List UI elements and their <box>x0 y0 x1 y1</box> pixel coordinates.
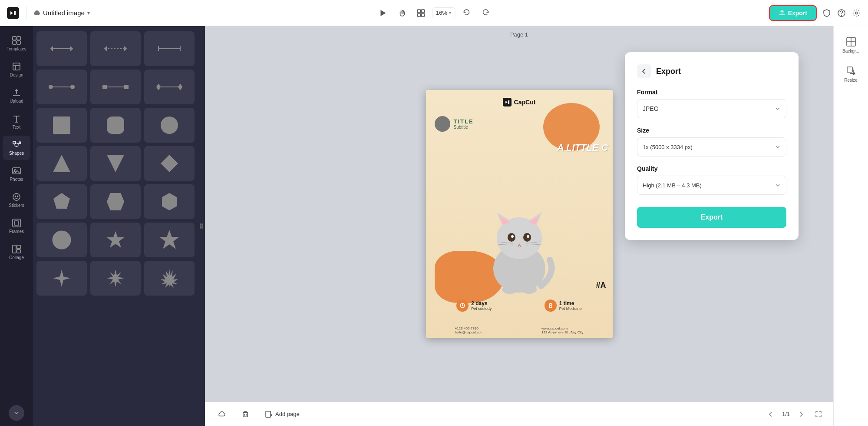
hand-tool-button[interactable] <box>394 5 409 21</box>
photos-icon <box>12 166 21 176</box>
poster-info-row: 2 days Pet custody <box>426 300 613 312</box>
shape-arrow-dotted[interactable] <box>90 31 141 66</box>
shape-star-8[interactable] <box>90 261 141 296</box>
shape-hexagon-solid[interactable] <box>144 184 195 219</box>
shape-arrow-lr[interactable] <box>36 31 87 66</box>
svg-rect-3 <box>417 10 420 13</box>
poster-info-times: 1 time Pet Medicine <box>545 300 582 312</box>
left-sidebar: Templates Design Upload Text <box>0 26 33 426</box>
shape-diamond-line[interactable] <box>144 70 195 104</box>
help-icon[interactable] <box>837 8 846 18</box>
export-back-button[interactable] <box>637 64 651 78</box>
zoom-control[interactable]: 16% ▾ <box>432 7 455 18</box>
poster-contact-left: +123-456-7890 hello@capcut.com <box>455 326 483 334</box>
capcut-logo-icon <box>7 7 19 19</box>
shape-triangle-down[interactable] <box>90 146 141 181</box>
sidebar-item-text[interactable]: Text <box>3 110 30 134</box>
export-format-dropdown[interactable]: JPEG <box>637 99 786 118</box>
poster-title-group: TITLE Subtitle <box>435 116 474 132</box>
bottom-bar: Add page 1/1 <box>205 402 833 426</box>
shape-star-5[interactable] <box>90 223 141 257</box>
sidebar-label-stickers: Stickers <box>9 203 24 208</box>
sidebar-item-photos[interactable]: Photos <box>3 162 30 186</box>
add-page-icon <box>265 410 273 418</box>
toolbar-divider-1 <box>26 7 26 20</box>
sidebar-item-stickers[interactable]: Stickers <box>3 188 30 212</box>
expand-button[interactable] <box>812 408 825 420</box>
add-page-button[interactable]: Add page <box>261 408 304 421</box>
shape-diamond-solid[interactable] <box>144 146 195 181</box>
svg-point-61 <box>200 226 201 226</box>
svg-marker-48 <box>107 155 124 172</box>
circle-solid-icon <box>159 115 180 136</box>
shape-circle-outline[interactable] <box>36 223 87 257</box>
sidebar-collapse-button[interactable] <box>9 405 24 421</box>
shape-row-stars <box>36 223 195 257</box>
export-size-label: Size <box>637 127 786 134</box>
sidebar-item-collage[interactable]: Collage <box>3 240 30 264</box>
svg-rect-87 <box>243 413 248 417</box>
shape-row-basic <box>36 108 195 143</box>
text-icon <box>12 114 21 123</box>
document-title-chevron[interactable]: ▾ <box>87 10 90 16</box>
delete-page-button[interactable] <box>237 408 254 421</box>
pentagon-icon <box>51 191 72 212</box>
layout-button[interactable] <box>413 5 429 21</box>
settings-icon[interactable] <box>851 8 861 18</box>
right-sidebar-background[interactable]: Backgr... <box>837 33 865 57</box>
save-to-cloud-button[interactable] <box>214 408 230 421</box>
triangle-up-icon <box>51 153 72 174</box>
shape-star-4[interactable] <box>36 261 87 296</box>
sidebar-item-upload[interactable]: Upload <box>3 83 30 108</box>
page-label: Page 1 <box>510 31 528 38</box>
prev-page-button[interactable] <box>765 408 777 420</box>
diamond-line-icon <box>156 83 182 91</box>
quality-chevron-icon <box>775 182 781 188</box>
poster-times-text: 1 time Pet Medicine <box>559 300 582 311</box>
sidebar-label-design: Design <box>10 73 23 77</box>
poster-headline: A LITTLE C <box>557 142 608 153</box>
document-title-group[interactable]: Untitled image ▾ <box>33 9 90 17</box>
export-submit-button[interactable]: Export <box>637 207 786 228</box>
shape-square-rounded[interactable] <box>90 108 141 143</box>
svg-rect-90 <box>266 411 271 417</box>
svg-marker-52 <box>162 193 177 210</box>
export-quality-dropdown[interactable]: High (2.1 MB – 4.3 MB) <box>637 176 786 195</box>
play-button[interactable] <box>375 5 390 21</box>
shape-pentagon[interactable] <box>36 184 87 219</box>
next-page-button[interactable] <box>795 408 807 420</box>
export-button[interactable]: Export <box>769 5 817 21</box>
sidebar-item-design[interactable]: Design <box>3 57 30 82</box>
svg-marker-19 <box>19 141 21 143</box>
shape-row-line-handles <box>36 70 195 104</box>
toolbar-center-controls: 16% ▾ <box>375 5 493 21</box>
sidebar-item-templates[interactable]: Templates <box>3 31 30 56</box>
poster-title-text: TITLE Subtitle <box>454 118 474 130</box>
export-size-field: Size 1x (5000 x 3334 px) <box>637 127 786 156</box>
svg-rect-10 <box>13 37 16 40</box>
svg-marker-57 <box>107 270 124 287</box>
redo-button[interactable] <box>478 5 493 21</box>
sidebar-item-frames[interactable]: Frames <box>3 214 30 238</box>
shape-arrow-bar[interactable] <box>144 31 195 66</box>
svg-point-23 <box>15 196 16 197</box>
export-size-dropdown[interactable]: 1x (5000 x 3334 px) <box>637 137 786 156</box>
sidebar-item-shapes[interactable]: Shapes <box>3 136 30 160</box>
panel-collapse-handle[interactable] <box>198 26 205 426</box>
shape-circle-line[interactable] <box>36 70 87 104</box>
sidebar-label-photos: Photos <box>10 177 23 182</box>
shape-row-polygons <box>36 184 195 219</box>
shape-star-5-outline[interactable] <box>144 223 195 257</box>
poster-background: CapCut TITLE Subtitle A LITTLE C <box>426 90 613 338</box>
shape-hexagon-flat[interactable] <box>90 184 141 219</box>
shield-icon[interactable] <box>822 8 832 18</box>
shape-triangle-up[interactable] <box>36 146 87 181</box>
shape-square-line[interactable] <box>90 70 141 104</box>
chevron-left-icon <box>768 411 774 417</box>
shape-circle-solid[interactable] <box>144 108 195 143</box>
right-sidebar-resize[interactable]: Resize <box>837 62 865 86</box>
shape-star-burst[interactable] <box>144 261 195 296</box>
cat-svg <box>476 190 563 295</box>
shape-square-solid[interactable] <box>36 108 87 143</box>
undo-button[interactable] <box>459 5 474 21</box>
